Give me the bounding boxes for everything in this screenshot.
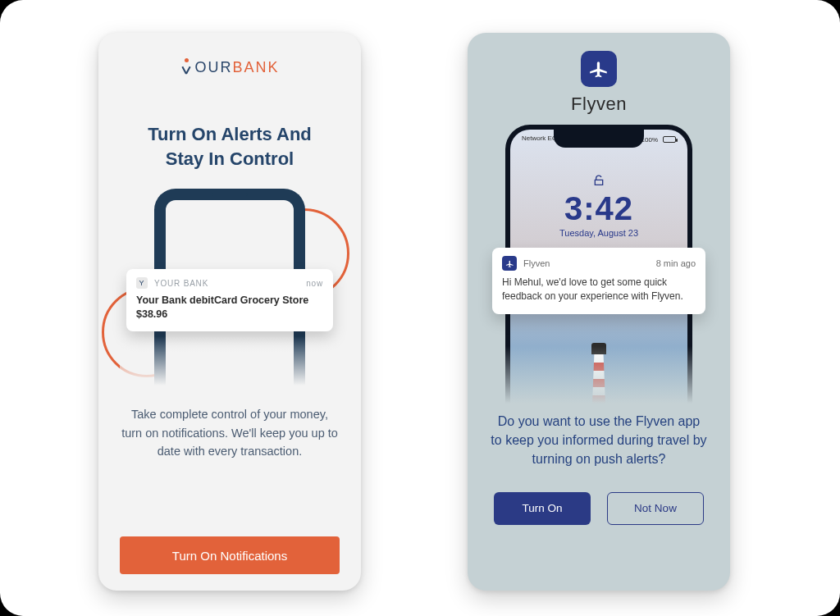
yourbank-notif-amount: $38.96	[136, 308, 323, 322]
flyven-brand-name: Flyven	[487, 94, 710, 115]
airplane-icon	[588, 58, 609, 80]
yourbank-card: OURBANK Turn On Alerts And Stay In Contr…	[98, 33, 361, 591]
turn-on-notifications-button[interactable]: Turn On Notifications	[120, 536, 340, 574]
stage: OURBANK Turn On Alerts And Stay In Contr…	[0, 0, 840, 616]
flyven-actions: Turn On Not Now	[487, 492, 710, 525]
lockscreen-time: 3:42	[510, 190, 687, 227]
yourbank-notif-time: now	[306, 279, 323, 288]
flyven-notif-app-icon	[502, 256, 517, 271]
yourbank-illustration: Y YOUR BANK now Your Bank debitCard Groc…	[120, 189, 340, 386]
yourbank-notification: Y YOUR BANK now Your Bank debitCard Groc…	[126, 269, 333, 331]
phone-notch	[554, 130, 644, 148]
flyven-question: Do you want to use the Flyven app to kee…	[487, 412, 710, 469]
yourbank-logomark-icon	[180, 61, 193, 74]
flyven-logo: Flyven	[487, 51, 710, 115]
battery-icon	[663, 136, 676, 143]
yourbank-title: Turn On Alerts And Stay In Control	[127, 122, 332, 171]
status-carrier: Network EQ	[522, 135, 557, 144]
flyven-notif-app: Flyven	[523, 258, 550, 268]
yourbank-logo: OURBANK	[120, 59, 340, 76]
flyven-card: Flyven Network EQ 100%	[468, 33, 730, 591]
yourbank-brand-word1: OUR	[194, 59, 232, 75]
yourbank-notif-app: YOUR BANK	[154, 279, 208, 288]
yourbank-notif-app-icon: Y	[136, 277, 148, 289]
flyven-badge-icon	[581, 51, 617, 87]
yourbank-brand-word2: BANK	[232, 59, 279, 75]
turn-on-button[interactable]: Turn On	[494, 492, 591, 525]
not-now-button[interactable]: Not Now	[607, 492, 704, 525]
flyven-notification: Flyven 8 min ago Hi Mehul, we'd love to …	[492, 248, 705, 314]
flyven-notif-body: Hi Mehul, we'd love to get some quick fe…	[502, 276, 696, 304]
flyven-notif-time: 8 min ago	[656, 258, 696, 268]
yourbank-description: Take complete control of your money, tur…	[120, 405, 340, 460]
yourbank-notif-line1: Your Bank debitCard Grocery Store	[136, 294, 308, 306]
unlock-icon	[592, 174, 605, 187]
flyven-device-illustration: Network EQ 100% 3:42 Tuesday, August 23	[487, 125, 710, 404]
lockscreen-date: Tuesday, August 23	[510, 228, 687, 238]
